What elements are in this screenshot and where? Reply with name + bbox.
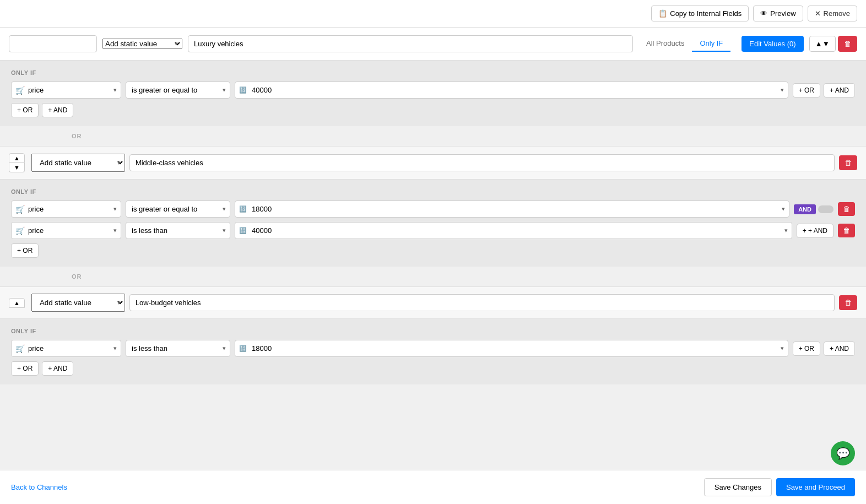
or-separator-1: OR xyxy=(0,126,866,146)
middle-and-btn-area-2: + AND xyxy=(797,224,833,238)
lowbudget-section: ONLY IF price 🛒 is less than is greater … xyxy=(0,319,866,384)
top-toolbar: 📋 Copy to Internal Fields 👁 Preview ✕ Re… xyxy=(0,0,866,28)
chevron-icon: ▲▼ xyxy=(815,40,830,48)
tab-all-products[interactable]: All Products xyxy=(638,36,692,52)
lowbudget-add-static-select[interactable]: Add static value xyxy=(31,294,125,312)
only-if-label-lowbudget: ONLY IF xyxy=(11,328,855,334)
bottom-bar: Back to Channels Save Changes Save and P… xyxy=(0,470,866,479)
middle-and-badge-area: AND xyxy=(794,204,833,214)
chat-icon: 💬 xyxy=(836,447,850,460)
lowbudget-operator-select-1[interactable]: is less than is greater or equal to xyxy=(126,340,230,357)
luxury-value-select-1[interactable]: 40000 xyxy=(235,82,788,99)
delete-luxury-button[interactable]: 🗑 xyxy=(838,36,857,52)
lowbudget-bottom-or-btn[interactable]: OR xyxy=(11,361,39,376)
lowbudget-value-input[interactable] xyxy=(129,294,835,311)
copy-icon: 📋 xyxy=(658,9,667,18)
save-buttons: Save Changes Save and Proceed xyxy=(704,478,855,479)
middle-value-select-2[interactable]: 40000 xyxy=(235,222,792,239)
delete-middle-cond-2-btn[interactable]: 🗑 xyxy=(838,224,855,237)
middle-condition-row-1: price 🛒 is greater or equal to is less t… xyxy=(11,200,855,218)
header-action-buttons: ▲▼ 🗑 xyxy=(809,36,857,52)
only-if-label-luxury: ONLY IF xyxy=(11,69,855,76)
chat-bubble[interactable]: 💬 xyxy=(831,441,855,465)
and-toggle[interactable] xyxy=(818,205,833,213)
delete-middle-cond-1-btn[interactable]: 🗑 xyxy=(838,202,855,216)
luxury-operator-select-1[interactable]: is greater or equal to is less than is e… xyxy=(126,82,230,99)
middle-add-static-select[interactable]: Add static value xyxy=(31,154,125,172)
middle-and-btn-2[interactable]: + AND xyxy=(797,224,833,238)
middle-operator-select-2[interactable]: is less than is greater or equal to xyxy=(126,222,230,239)
move-up-down-button[interactable]: ▲▼ xyxy=(809,36,836,52)
lowbudget-row-header: ▲ Add static value 🗑 xyxy=(0,286,866,319)
middle-value-input[interactable] xyxy=(129,154,835,171)
trash-icon: 🗑 xyxy=(844,40,851,48)
trash-icon-lowbudget: 🗑 xyxy=(845,299,852,307)
preview-icon: 👁 xyxy=(760,9,767,18)
tab-only-if[interactable]: Only IF xyxy=(692,36,730,52)
middle-bottom-buttons: OR xyxy=(11,243,855,258)
add-static-select-wrapper: Add static value xyxy=(102,39,182,49)
luxury-section: ONLY IF price 🛒 is greater or equal to i… xyxy=(0,61,866,126)
edit-values-button[interactable]: Edit Values (0) xyxy=(741,36,803,52)
lowbudget-add-static-wrapper: Add static value xyxy=(31,294,125,312)
luxury-or-btn-1[interactable]: OR xyxy=(793,83,820,97)
main-content: custom_label_1 Add static value All Prod… xyxy=(0,28,866,479)
luxury-condition-row-1: price 🛒 is greater or equal to is less t… xyxy=(11,82,855,99)
only-if-label-middle: ONLY IF xyxy=(11,188,855,195)
and-badge: AND xyxy=(794,204,816,214)
copy-to-internal-fields-button[interactable]: 📋 Copy to Internal Fields xyxy=(651,6,749,21)
lowbudget-bottom-buttons: OR AND xyxy=(11,361,855,376)
delete-lowbudget-button[interactable]: 🗑 xyxy=(839,295,857,310)
luxury-or-and-btns-1: OR AND xyxy=(793,83,855,97)
add-static-select[interactable]: Add static value xyxy=(102,39,182,49)
lowbudget-move-up-btn[interactable]: ▲ xyxy=(9,298,25,308)
lowbudget-bottom-and-btn[interactable]: AND xyxy=(42,361,73,376)
middle-condition-row-2: price 🛒 is less than is greater or equal… xyxy=(11,222,855,239)
delete-middle-button[interactable]: 🗑 xyxy=(839,155,857,170)
middle-row-header: ▲ ▼ Add static value 🗑 xyxy=(0,146,866,180)
remove-icon: ✕ xyxy=(815,9,821,18)
lowbudget-condition-row-1: price 🛒 is less than is greater or equal… xyxy=(11,340,855,357)
lowbudget-or-btn-1[interactable]: OR xyxy=(793,342,820,356)
trash-icon-middle: 🗑 xyxy=(845,159,852,167)
luxury-and-btn-1[interactable]: AND xyxy=(824,83,855,97)
luxury-bottom-buttons: OR AND xyxy=(11,103,855,117)
lowbudget-and-btn-1[interactable]: AND xyxy=(824,342,855,356)
lowbudget-field-select-1[interactable]: price xyxy=(11,340,121,357)
middle-operator-select-1[interactable]: is greater or equal to is less than xyxy=(126,200,230,218)
tabs-area: All Products Only IF xyxy=(638,36,730,52)
row-header-luxury: custom_label_1 Add static value All Prod… xyxy=(0,28,866,61)
middle-add-static-wrapper: Add static value xyxy=(31,154,125,172)
preview-button[interactable]: 👁 Preview xyxy=(753,6,803,21)
lowbudget-value-select-1[interactable]: 18000 xyxy=(235,340,788,357)
middle-value-select-1[interactable]: 18000 xyxy=(235,200,789,218)
remove-button[interactable]: ✕ Remove xyxy=(808,6,857,21)
field-name-input[interactable]: custom_label_1 xyxy=(9,35,97,52)
or-separator-2: OR xyxy=(0,267,866,286)
lowbudget-or-and-btns-1: OR AND xyxy=(793,342,855,356)
middle-move-down-btn[interactable]: ▼ xyxy=(9,163,25,172)
middle-move-up-btn[interactable]: ▲ xyxy=(9,153,25,163)
middle-bottom-or-btn[interactable]: OR xyxy=(11,243,39,258)
middle-field-select-2[interactable]: price xyxy=(11,222,121,239)
middle-field-select-1[interactable]: price xyxy=(11,200,121,218)
luxury-field-select-1[interactable]: price xyxy=(11,82,121,99)
trash-icon-mc1: 🗑 xyxy=(843,205,850,213)
save-changes-button[interactable]: Save Changes xyxy=(704,478,772,479)
luxury-bottom-or-btn[interactable]: OR xyxy=(11,103,39,117)
trash-icon-mc2: 🗑 xyxy=(843,226,850,235)
luxury-value-input[interactable] xyxy=(188,35,633,52)
middle-section: ONLY IF price 🛒 is greater or equal to i… xyxy=(0,180,866,267)
luxury-bottom-and-btn[interactable]: AND xyxy=(42,103,73,117)
save-and-proceed-button[interactable]: Save and Proceed xyxy=(776,478,855,479)
